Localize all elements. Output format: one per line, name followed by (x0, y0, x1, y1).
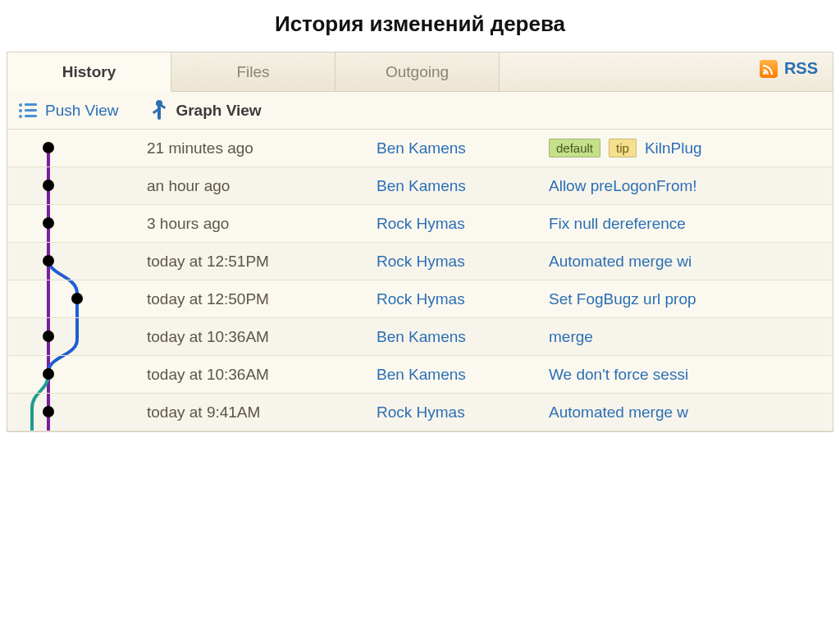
commit-author[interactable]: Ben Kamens (377, 139, 549, 157)
commit-author[interactable]: Rock Hymas (377, 215, 549, 233)
commit-time: today at 10:36AM (147, 366, 377, 384)
commit-message: KilnPlug (645, 139, 702, 157)
push-view-button[interactable]: Push View (19, 102, 118, 120)
commit-history: 21 minutes ago Ben Kamens default tip Ki… (7, 130, 833, 431)
badge-tip[interactable]: tip (609, 139, 637, 157)
commit-author[interactable]: Rock Hymas (377, 290, 549, 308)
tab-outgoing[interactable]: Outgoing (336, 52, 500, 91)
commit-author[interactable]: Ben Kamens (377, 366, 549, 384)
commit-message: We don't force sessi (549, 366, 688, 384)
commit-author[interactable]: Ben Kamens (377, 177, 549, 195)
commit-author[interactable]: Rock Hymas (377, 253, 549, 271)
commit-list: 21 minutes ago Ben Kamens default tip Ki… (7, 130, 833, 431)
rss-icon (760, 60, 778, 78)
tab-bar: History Files Outgoing RSS (7, 52, 833, 92)
commit-row[interactable]: today at 12:51PM Rock Hymas Automated me… (7, 243, 833, 280)
commit-time: an hour ago (147, 177, 377, 195)
commit-time: 3 hours ago (147, 215, 377, 233)
graph-view-button[interactable]: Graph View (151, 102, 261, 120)
commit-row[interactable]: 3 hours ago Rock Hymas Fix null derefere… (7, 205, 833, 243)
commit-author[interactable]: Rock Hymas (377, 403, 549, 422)
page-title: История изменений дерева (0, 0, 840, 52)
history-panel: History Files Outgoing RSS Push View Gra… (7, 52, 833, 432)
commit-row[interactable]: today at 10:36AM Ben Kamens merge (7, 318, 833, 356)
commit-row[interactable]: today at 10:36AM Ben Kamens We don't for… (7, 356, 833, 394)
graph-view-label: Graph View (176, 102, 261, 120)
commit-row[interactable]: today at 9:41AM Rock Hymas Automated mer… (7, 394, 833, 431)
commit-time: today at 12:51PM (147, 253, 377, 271)
commit-row[interactable]: 21 minutes ago Ben Kamens default tip Ki… (7, 130, 833, 167)
push-view-label: Push View (45, 102, 118, 120)
commit-message: Automated merge w (549, 403, 688, 422)
commit-message: Automated merge wi (549, 253, 692, 271)
commit-time: today at 12:50PM (147, 290, 377, 308)
commit-message: Allow preLogonFrom! (549, 177, 697, 195)
commit-time: today at 10:36AM (147, 328, 377, 346)
commit-author[interactable]: Ben Kamens (377, 328, 549, 346)
commit-message: merge (549, 328, 593, 346)
rss-label: RSS (784, 59, 818, 78)
view-toolbar: Push View Graph View (7, 92, 833, 130)
graph-icon (151, 102, 167, 120)
commit-message-col: default tip KilnPlug (549, 139, 702, 157)
commit-time: today at 9:41AM (147, 403, 377, 422)
commit-row[interactable]: today at 12:50PM Rock Hymas Set FogBugz … (7, 280, 833, 318)
commit-time: 21 minutes ago (147, 139, 377, 157)
rss-link[interactable]: RSS (760, 59, 818, 78)
tab-history[interactable]: History (7, 52, 171, 92)
commit-message: Set FogBugz url prop (549, 290, 696, 308)
list-icon (19, 103, 37, 118)
commit-row[interactable]: an hour ago Ben Kamens Allow preLogonFro… (7, 167, 833, 205)
badge-default[interactable]: default (549, 139, 600, 157)
commit-message: Fix null dereference (549, 215, 686, 233)
tab-files[interactable]: Files (171, 52, 336, 91)
